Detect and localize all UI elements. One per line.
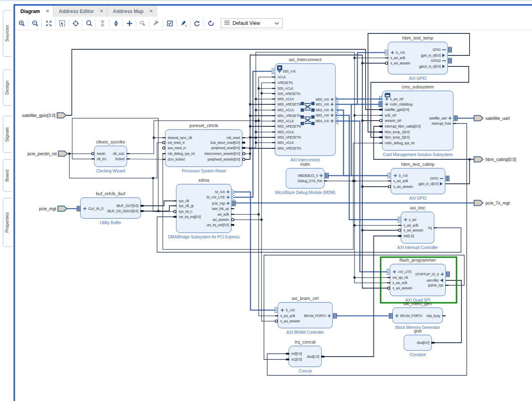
svg-text:sys_rst_n: sys_rst_n [179, 209, 193, 214]
svg-text:ACLK: ACLK [277, 75, 286, 79]
svg-text:ext_spi_clk: ext_spi_clk [392, 275, 408, 280]
svg-text:satellite_gpio[3:0]: satellite_gpio[3:0] [385, 108, 409, 112]
svg-text:gpio_io_o[0:0]: gpio_io_o[0:0] [419, 182, 438, 186]
svg-text:STARTUP_IO_S: STARTUP_IO_S [415, 272, 439, 276]
svg-text:slowest_sync_clk: slowest_sync_clk [168, 136, 193, 140]
svg-text:user_lnk_up: user_lnk_up [212, 207, 229, 211]
svg-text:M02_AXI: M02_AXI [316, 108, 329, 112]
svg-text:M04_ACLK: M04_ACLK [277, 141, 294, 145]
svg-text:Concat: Concat [299, 369, 311, 373]
svg-text:M_AXI_LITE: M_AXI_LITE [207, 195, 225, 199]
svg-text:aclk_ctrl: aclk_ctrl [385, 113, 396, 117]
svg-text:axi_aresetn: axi_aresetn [213, 218, 229, 222]
svg-text:AXI_LITE: AXI_LITE [398, 270, 412, 274]
svg-text:In0[0:0]: In0[0:0] [291, 352, 302, 356]
svg-text:s_axi_aresetn: s_axi_aresetn [403, 228, 423, 232]
svg-text:hbm_temp_1[6:0]: hbm_temp_1[6:0] [385, 130, 410, 134]
svg-text:M03_ACLK: M03_ACLK [277, 130, 294, 134]
svg-text:peripheral_reset[0:0]: peripheral_reset[0:0] [211, 146, 240, 150]
svg-text:mdm: mdm [300, 162, 310, 167]
svg-text:GPIO: GPIO [430, 176, 439, 181]
svg-text:Card Management Solution Subsy: Card Management Solution Subsystem [383, 152, 452, 157]
svg-text:locked: locked [115, 157, 125, 161]
svg-text:M_AXI: M_AXI [215, 190, 225, 194]
svg-text:irq: irq [428, 226, 432, 230]
svg-text:aresetn_ctrl: aresetn_ctrl [385, 119, 401, 123]
svg-text:CLK_IN_D: CLK_IN_D [88, 207, 104, 211]
svg-text:pcie_perstn_rst: pcie_perstn_rst [27, 151, 57, 156]
svg-text:S00_ARESETN: S00_ARESETN [277, 92, 300, 96]
svg-text:S00_ACLK: S00_ACLK [277, 86, 294, 90]
svg-text:hbm_temp_2[6:0]: hbm_temp_2[6:0] [385, 135, 410, 139]
svg-text:mdm_debug_sys_rst: mdm_debug_sys_rst [385, 141, 415, 145]
svg-text:Clocking Wizard: Clocking Wizard [96, 169, 125, 173]
svg-text:s_axi_aclk: s_axi_aclk [403, 223, 419, 227]
svg-text:mb_reset: mb_reset [226, 136, 240, 140]
svg-text:interconnect_aresetn[0:0]: interconnect_aresetn[0:0] [204, 152, 240, 156]
svg-text:intr[1:0]: intr[1:0] [403, 234, 414, 238]
svg-text:MBDEBUG_0: MBDEBUG_0 [298, 174, 318, 178]
svg-text:satellite_gpio[3:0]: satellite_gpio[3:0] [22, 113, 55, 118]
svg-text:Constant: Constant [410, 353, 426, 357]
svg-text:AXI Interconnect: AXI Interconnect [290, 158, 320, 162]
svg-text:s_axi_aresetn: s_axi_aresetn [393, 185, 413, 189]
svg-text:AXI GPIO: AXI GPIO [409, 196, 427, 200]
svg-text:flash_programmer: flash_programmer [399, 258, 436, 262]
svg-text:S_AXI: S_AXI [396, 51, 405, 55]
svg-text:dcm_locked: dcm_locked [168, 157, 185, 161]
svg-text:IBUF_OUT[0:0]: IBUF_OUT[0:0] [116, 204, 138, 208]
svg-text:Processor System Reset: Processor System Reset [182, 169, 226, 173]
svg-text:clk_out1: clk_out1 [113, 152, 124, 156]
svg-text:AXI BRAM Controller: AXI BRAM Controller [286, 330, 324, 335]
svg-text:ip2intc_irpt: ip2intc_irpt [428, 283, 443, 287]
svg-text:bus_struct_reset[0:0]: bus_struct_reset[0:0] [211, 141, 240, 145]
svg-text:usr_irq_ack[0:0]: usr_irq_ack[0:0] [206, 223, 229, 227]
svg-text:buf_refclk_ibuf: buf_refclk_ibuf [96, 191, 125, 196]
svg-text:M02_ARESETN: M02_ARESETN [277, 124, 301, 128]
svg-text:IBUF_DS_ODIV2[0:0]: IBUF_DS_ODIV2[0:0] [107, 209, 138, 213]
svg-text:Utility Buffer: Utility Buffer [100, 220, 122, 225]
svg-text:satellite_uart: satellite_uart [429, 116, 447, 120]
svg-text:peripheral_aresetn[0:0]: peripheral_aresetn[0:0] [208, 157, 240, 161]
svg-text:sys_clk_gt: sys_clk_gt [179, 204, 194, 208]
svg-text:cms_subsystem: cms_subsystem [402, 84, 434, 89]
svg-text:aux_reset_in: aux_reset_in [168, 146, 186, 150]
svg-text:resetn: resetn [97, 152, 106, 156]
svg-text:gpio2_io_o[6:0]: gpio2_io_o[6:0] [419, 64, 441, 68]
svg-text:S00_AXI: S00_AXI [283, 69, 295, 73]
svg-text:M01_AXI: M01_AXI [316, 102, 329, 106]
svg-text:M00_AXI: M00_AXI [316, 97, 329, 101]
svg-text:M01_ACLK: M01_ACLK [277, 108, 294, 112]
svg-text:AXI GPIO: AXI GPIO [409, 76, 426, 81]
svg-text:axi_bram_ctrl: axi_bram_ctrl [292, 296, 319, 301]
svg-text:BRAM_PORTA: BRAM_PORTA [304, 314, 326, 318]
svg-text:gpio_io_o[6:0]: gpio_io_o[6:0] [421, 53, 441, 57]
svg-text:s_axi_aclk: s_axi_aclk [393, 179, 408, 183]
svg-text:s_axi_aresetn: s_axi_aresetn [390, 61, 410, 65]
svg-text:usrcclkts: usrcclkts [426, 278, 439, 282]
svg-text:usr_irq_req[0:0]: usr_irq_req[0:0] [179, 215, 201, 219]
svg-text:GPIO: GPIO [432, 48, 441, 52]
svg-text:xdma: xdma [198, 178, 210, 183]
svg-text:pcie_mgt: pcie_mgt [212, 201, 225, 205]
svg-text:S_AXI: S_AXI [399, 174, 408, 178]
svg-text:BRAM_PORTA: BRAM_PORTA [400, 314, 423, 318]
svg-text:MicroBlaze Debug Module (MDM): MicroBlaze Debug Module (MDM) [275, 190, 335, 195]
svg-text:s_axi_aresetn: s_axi_aresetn [392, 286, 412, 290]
svg-text:In1[0:0]: In1[0:0] [291, 357, 302, 361]
svg-text:dout[0:0]: dout[0:0] [417, 341, 429, 345]
svg-text:s_axi_aresetn: s_axi_aresetn [280, 319, 300, 323]
svg-text:GPIO2: GPIO2 [431, 59, 441, 63]
svg-text:M00_ACLK: M00_ACLK [277, 97, 294, 101]
svg-text:M04_AXI: M04_AXI [316, 119, 329, 123]
svg-text:mb_debug_sys_rst: mb_debug_sys_rst [168, 152, 195, 156]
svg-text:pcie_7x_mgt: pcie_7x_mgt [485, 200, 510, 205]
svg-text:M01_ARESETN: M01_ARESETN [277, 114, 301, 118]
svg-text:hbm_cattrip[0:0]: hbm_cattrip[0:0] [485, 157, 516, 162]
svg-text:M02_ACLK: M02_ACLK [277, 119, 294, 123]
svg-text:M03_AXI: M03_AXI [316, 113, 329, 117]
svg-text:s_axi_aclk: s_axi_aclk [390, 56, 406, 60]
svg-text:satellite_uart: satellite_uart [485, 116, 510, 121]
svg-text:s_axi_aclk: s_axi_aclk [280, 314, 295, 318]
svg-text:DMA/Bridge Subsystem for PCI E: DMA/Bridge Subsystem for PCI Express [168, 235, 239, 239]
